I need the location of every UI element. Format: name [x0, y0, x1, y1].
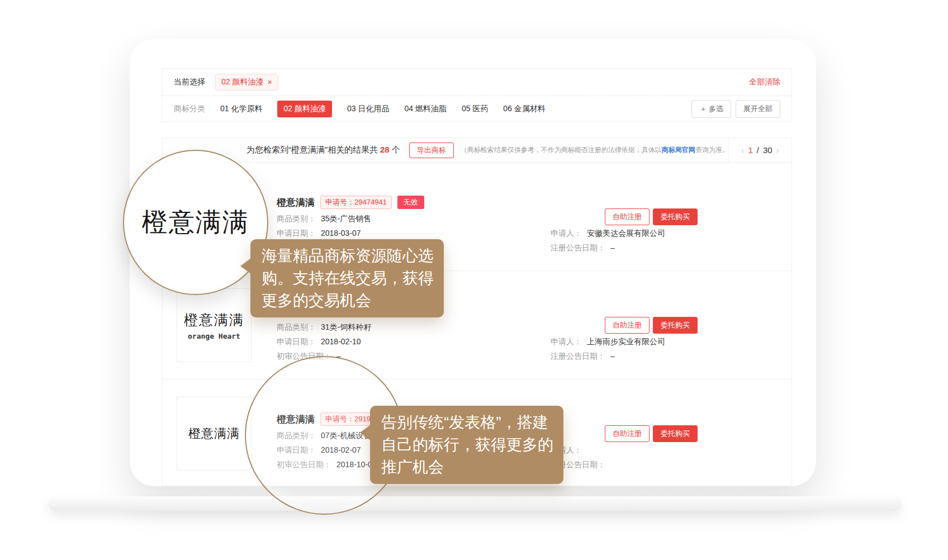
next-page-icon[interactable]: ›	[776, 145, 779, 155]
category-value: 31类-饲料种籽	[321, 322, 371, 331]
clear-all-link[interactable]: 全部清除	[749, 77, 780, 87]
category-tab-04[interactable]: 04 燃料油脂	[404, 104, 446, 114]
apply-date-label: 申请日期：	[277, 337, 316, 346]
category-value: 35类-广告销售	[321, 214, 371, 223]
callout-line: 自己的标行，获得更多的	[381, 434, 552, 456]
expand-all-button[interactable]: 展开全部	[736, 100, 780, 118]
applicant-value: 上海雨步实业有限公司	[587, 337, 665, 346]
category-tab-05[interactable]: 05 医药	[462, 104, 488, 114]
category-label: 商品类别：	[277, 214, 316, 223]
magnified-trademark-text: 橙意满满	[142, 205, 249, 240]
apply-date-label: 申请日期：	[277, 229, 316, 238]
applicant-label: 申请人：	[551, 229, 582, 238]
trademark-image: 橙意满满	[177, 397, 252, 471]
page: 当前选择 02 颜料油漆 × 全部清除 商标分类 01 化学原料 02 颜料油漆…	[0, 0, 948, 560]
trademark-image-text: 橙意满满	[184, 311, 244, 329]
apply-date-value: 2018-02-10	[321, 337, 361, 346]
self-register-button[interactable]: 自助注册	[605, 425, 650, 442]
application-no-value: 29474941	[354, 198, 387, 206]
row-actions: 自助注册 委托购买	[605, 317, 698, 334]
category-row: 商标分类 01 化学原料 02 颜料油漆 03 日化用品 04 燃料油脂 05 …	[163, 96, 791, 121]
results-header: 为您检索到“橙意满满”相关的结果共28个 导出商标 （商标检索结果仅供参考，不作…	[163, 138, 791, 163]
results-count: 28	[380, 145, 390, 154]
category-tab-01[interactable]: 01 化学原料	[220, 104, 262, 114]
export-trademark-button[interactable]: 导出商标	[409, 143, 454, 158]
registration-label: 注册公告日期：	[551, 352, 605, 360]
page-separator: /	[757, 145, 759, 155]
apply-date-value: 2018-03-07	[321, 229, 361, 238]
application-no-chip: 申请号：29474941	[320, 196, 392, 209]
close-icon[interactable]: ×	[267, 78, 272, 86]
registration-value: –	[610, 243, 615, 252]
trademark-office-link[interactable]: 商标局官网	[662, 146, 695, 154]
selected-filter-chip-label: 02 颜料油漆	[221, 77, 263, 87]
callout-line: 更多的交易机会	[262, 290, 433, 312]
callout-line: 告别传统“发表格”，搭建	[381, 411, 552, 434]
registration-value: –	[610, 352, 615, 360]
entrust-purchase-button[interactable]: 委托购买	[653, 317, 698, 334]
category-tab-03[interactable]: 03 日化用品	[347, 104, 389, 114]
status-badge: 无效	[397, 196, 424, 209]
category-tab-02-selected[interactable]: 02 颜料油漆	[277, 101, 331, 117]
current-page: 1	[748, 145, 752, 155]
category-actions: ＋ 多选 展开全部	[691, 100, 780, 118]
pagination: ‹ 1 / 30 ›	[728, 138, 791, 162]
category-row-label: 商标分类	[174, 104, 205, 114]
multi-select-button[interactable]: ＋ 多选	[691, 100, 731, 118]
entrust-purchase-button[interactable]: 委托购买	[653, 425, 698, 442]
category-tab-06[interactable]: 06 金属材料	[503, 104, 545, 114]
row-actions: 自助注册 委托购买	[605, 425, 698, 442]
callout-line: 推广机会	[381, 456, 552, 478]
trademark-name: 橙意满满	[277, 196, 315, 209]
trademark-image-subtext: orange Heart	[188, 332, 240, 340]
category-label: 商品类别：	[277, 322, 316, 331]
summary-suffix: 个	[392, 145, 400, 154]
trademark-image-text: 橙意满满	[188, 425, 240, 442]
trademark-image: 橙意满满 orange Heart	[177, 288, 252, 362]
self-register-button[interactable]: 自助注册	[605, 208, 650, 225]
callout-bubble-trade: 海量精品商标资源随心选 购。支持在线交易，获得 更多的交易机会	[250, 239, 444, 317]
self-register-button[interactable]: 自助注册	[605, 317, 650, 334]
disclaimer-pre: （商标检索结果仅供参考，不作为商标能否注册的法律依据；具体以	[461, 146, 662, 154]
filter-panel: 当前选择 02 颜料油漆 × 全部清除 商标分类 01 化学原料 02 颜料油漆…	[162, 68, 792, 122]
applicant-value: 安徽美达会展有限公司	[587, 229, 665, 238]
application-no-label: 申请号：	[325, 198, 354, 206]
applicant-label: 申请人：	[551, 337, 582, 346]
laptop-base-bar	[48, 496, 902, 511]
total-pages: 30	[763, 145, 772, 155]
current-selection-row: 当前选择 02 颜料油漆 × 全部清除	[163, 69, 791, 96]
callout-line: 购。支持在线交易，获得	[262, 267, 433, 290]
selected-filter-chip[interactable]: 02 颜料油漆 ×	[215, 74, 278, 91]
current-selection-label: 当前选择	[174, 77, 205, 87]
callout-line: 海量精品商标资源随心选	[262, 245, 433, 267]
registration-label: 注册公告日期：	[551, 243, 605, 252]
results-summary: 为您检索到“橙意满满”相关的结果共28个	[247, 145, 400, 155]
prev-page-icon[interactable]: ‹	[741, 145, 744, 155]
summary-prefix: 为您检索到“橙意满满”相关的结果共	[247, 145, 378, 154]
entrust-purchase-button[interactable]: 委托购买	[653, 208, 698, 225]
callout-bubble-promo: 告别传统“发表格”，搭建 自己的标行，获得更多的 推广机会	[370, 406, 563, 484]
row-actions: 自助注册 委托购买	[605, 208, 698, 225]
